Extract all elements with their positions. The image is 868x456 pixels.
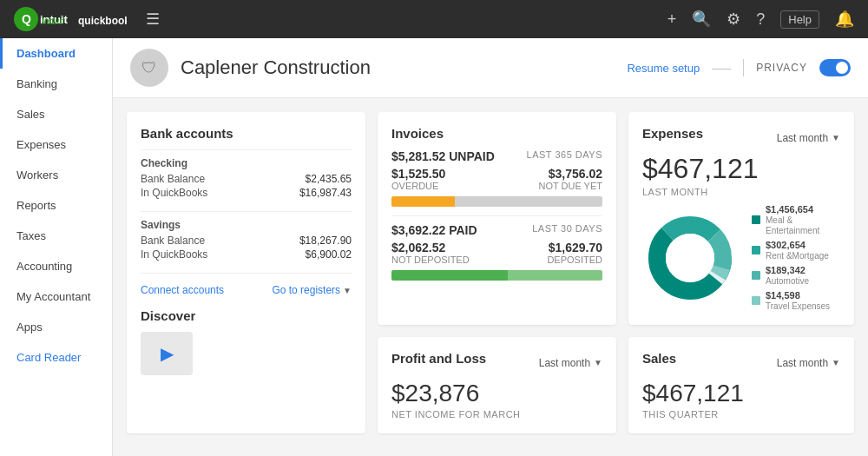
expenses-body: $1,456,654 Meal & Entertainment $302,654… [642, 204, 840, 311]
privacy-toggle[interactable] [819, 59, 851, 76]
sidebar-item-workers[interactable]: Workers [0, 160, 112, 190]
discover-thumbnail[interactable]: ▶ [141, 332, 193, 375]
sidebar-item-apps[interactable]: Apps [0, 312, 112, 342]
legend-label-2: Automotive [766, 276, 809, 286]
profit-header-row: Profit and Loss Last month ▼ [391, 351, 602, 374]
bank-divider-mid [141, 211, 352, 212]
quickbooks-logo: Q intuit intuit intuit quickbooks [14, 7, 127, 31]
sidebar-item-my-accountant[interactable]: My Accountant [0, 281, 112, 312]
checking-bank-balance-label: Bank Balance [141, 173, 205, 185]
help-button[interactable]: Help [780, 10, 819, 29]
header-divider [743, 59, 744, 76]
savings-qb-row: In QuickBooks $6,900.02 [141, 248, 352, 261]
expenses-period: Last month ▼ [777, 132, 840, 144]
legend-text-2: $189,342 Automotive [766, 265, 809, 286]
main-content: 🛡 Caplener Construction Resume setup —— … [113, 38, 868, 456]
legend-text-3: $14,598 Travel Expenses [766, 290, 830, 311]
profit-loss-title: Profit and Loss [391, 351, 486, 366]
sales-title: Sales [642, 351, 676, 366]
sales-period: Last month ▼ [777, 357, 840, 369]
legend-item-1: $302,654 Rent &Mortgage [752, 240, 840, 261]
nav-right: + 🔍 ⚙ ? Help 🔔 [667, 10, 854, 29]
profit-period: Last month ▼ [539, 357, 602, 369]
expenses-donut-chart [642, 210, 738, 306]
sidebar-item-card-reader[interactable]: Card Reader [0, 342, 112, 373]
savings-section: Savings Bank Balance $18,267.90 In Quick… [141, 219, 352, 261]
discover-title: Discover [141, 308, 352, 323]
invoices-not-deposited-label: NOT DEPOSITED [391, 254, 470, 265]
sidebar: Dashboard Banking Sales Expenses Workers… [0, 38, 113, 456]
legend-item-3: $14,598 Travel Expenses [752, 290, 840, 311]
bank-divider-top [141, 149, 352, 150]
sales-period-label: Last month [777, 357, 828, 369]
bar-not-deposited [391, 270, 508, 281]
legend-amount-2: $189,342 [766, 265, 806, 275]
go-to-registers-group: Go to registers ▼ [272, 284, 352, 296]
invoices-paid-row: $3,692.22 PAID LAST 30 DAYS [391, 223, 602, 237]
bar-deposited [508, 270, 602, 281]
invoices-paid-amount: $3,692.22 PAID [391, 223, 477, 237]
legend-dot-2 [752, 271, 760, 280]
invoices-deposited-label: DEPOSITED [547, 254, 602, 265]
bank-accounts-title: Bank accounts [141, 126, 352, 141]
bell-icon[interactable]: 🔔 [835, 10, 854, 29]
logo-area: Q intuit intuit intuit quickbooks ☰ [14, 7, 160, 31]
sales-dropdown-arrow[interactable]: ▼ [832, 358, 840, 367]
invoices-not-deposited-amount: $2,062.52 [391, 241, 470, 254]
sidebar-item-accounting[interactable]: Accounting [0, 251, 112, 281]
legend-label-3: Travel Expenses [766, 301, 830, 311]
registers-dropdown-arrow[interactable]: ▼ [343, 286, 352, 295]
legend-text-0: $1,456,654 Meal & Entertainment [766, 204, 840, 235]
legend-dot-0 [752, 215, 760, 224]
checking-qb-row: In QuickBooks $16,987.43 [141, 187, 352, 199]
sales-sub-label: THIS QUARTER [642, 409, 840, 420]
invoices-overdue-row: $1,525.50 OVERDUE $3,756.02 NOT DUE YET [391, 167, 602, 191]
savings-bank-balance-label: Bank Balance [141, 235, 205, 247]
invoices-not-due-label: NOT DUE YET [538, 181, 602, 191]
privacy-label: PRIVACY [756, 62, 807, 74]
question-icon[interactable]: ? [756, 10, 765, 29]
svg-text:quickbooks: quickbooks [78, 15, 127, 27]
expenses-dropdown-arrow[interactable]: ▼ [832, 133, 840, 142]
checking-bank-balance-row: Bank Balance $2,435.65 [141, 173, 352, 185]
legend-label-0: Meal & Entertainment [766, 215, 819, 235]
savings-qb-amount: $6,900.02 [306, 248, 352, 261]
svg-text:Q: Q [22, 12, 31, 26]
invoices-divider [391, 215, 602, 216]
legend-amount-3: $14,598 [766, 290, 800, 301]
bank-divider-bottom [141, 273, 352, 274]
go-to-registers-link[interactable]: Go to registers [272, 284, 340, 296]
legend-dot-1 [752, 246, 760, 254]
sidebar-item-banking[interactable]: Banking [0, 69, 112, 99]
invoices-overdue-amount: $1,525.50 [391, 167, 445, 181]
resume-setup-button[interactable]: Resume setup [627, 62, 700, 75]
dashboard-grid: Invoices $5,281.52 UNPAID LAST 365 DAYS … [113, 98, 868, 447]
bank-actions: Connect accounts Go to registers ▼ [141, 284, 352, 296]
play-icon[interactable]: ▶ [161, 343, 174, 364]
svg-text:intuit: intuit [42, 16, 62, 26]
bank-accounts-card: Bank accounts Checking Bank Balance $2,4… [127, 112, 365, 433]
expenses-period-sub: LAST MONTH [642, 187, 840, 197]
expenses-title: Expenses [642, 126, 703, 141]
discover-section: Discover ▶ [141, 308, 352, 375]
invoices-overdue-bar [391, 196, 602, 207]
hamburger-icon[interactable]: ☰ [146, 10, 160, 29]
search-icon[interactable]: 🔍 [692, 10, 711, 29]
invoices-title: Invoices [391, 126, 602, 141]
sidebar-item-sales[interactable]: Sales [0, 99, 112, 129]
header-actions: Resume setup —— PRIVACY [627, 59, 851, 76]
sidebar-item-dashboard[interactable]: Dashboard [0, 38, 112, 69]
profit-sub-label: NET INCOME FOR MARCH [391, 409, 602, 420]
invoices-not-due-amount: $3,756.02 [538, 167, 602, 181]
invoices-card: Invoices $5,281.52 UNPAID LAST 365 DAYS … [378, 112, 616, 325]
top-nav: Q intuit intuit intuit quickbooks ☰ + 🔍 … [0, 0, 868, 38]
sidebar-item-expenses[interactable]: Expenses [0, 129, 112, 160]
gear-icon[interactable]: ⚙ [727, 10, 740, 29]
expenses-period-label: Last month [777, 132, 828, 144]
sidebar-item-reports[interactable]: Reports [0, 190, 112, 221]
sidebar-item-taxes[interactable]: Taxes [0, 221, 112, 251]
add-icon[interactable]: + [667, 10, 677, 29]
profit-dropdown-arrow[interactable]: ▼ [594, 358, 602, 367]
expenses-card: Expenses Last month ▼ $467,121 LAST MONT… [628, 112, 854, 325]
connect-accounts-link[interactable]: Connect accounts [141, 284, 224, 296]
